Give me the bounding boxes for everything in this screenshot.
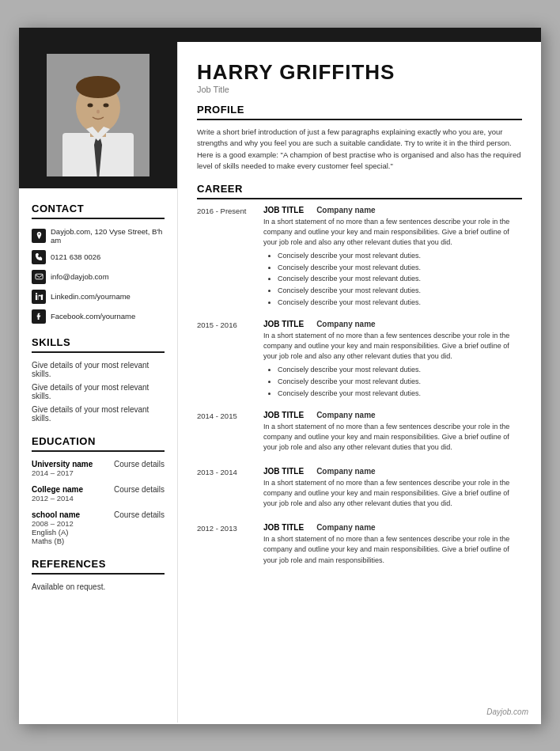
email-text: info@dayjob.com: [51, 272, 109, 281]
edu-row-school: school name Course details: [32, 510, 165, 519]
address-text: Dayjob.com, 120 Vyse Street, B'ham: [51, 227, 165, 245]
college-years: 2012 – 2014: [32, 494, 165, 503]
career-desc-3: In a short statement of no more than a f…: [263, 478, 522, 509]
career-desc-0: In a short statement of no more than a f…: [263, 217, 522, 248]
edu-row-university: University name Course details: [32, 460, 165, 468]
university-years: 2014 – 2017: [32, 468, 165, 477]
svg-point-5: [76, 76, 120, 98]
career-job-title-1: JOB TITLE: [263, 320, 304, 328]
svg-point-6: [88, 103, 93, 107]
career-company-2: Company name: [316, 411, 375, 419]
sidebar: CONTACT Dayjob.com, 120 Vyse Street, B'h…: [19, 42, 177, 723]
bullet-1-2: Concisely describe your most relevant du…: [278, 389, 522, 399]
career-desc-1: In a short statement of no more than a f…: [263, 331, 522, 362]
bullet-1-1: Concisely describe your most relevant du…: [278, 377, 522, 387]
skill-item-2: Give details of your most relevant skill…: [32, 383, 165, 400]
edu-item-school: school name Course details 2008 – 2012 E…: [32, 510, 165, 545]
skills-section-title: SKILLS: [32, 336, 165, 353]
location-icon: [32, 229, 46, 243]
career-entry-0: 2016 - Present JOB TITLE Company name In…: [197, 206, 522, 309]
career-company-3: Company name: [316, 467, 375, 476]
career-dates-0: 2016 - Present: [197, 206, 254, 309]
phone-text: 0121 638 0026: [51, 252, 100, 261]
career-job-title-3: JOB TITLE: [263, 467, 304, 476]
career-details-1: JOB TITLE Company name In a short statem…: [263, 320, 522, 400]
career-company-0: Company name: [316, 206, 375, 214]
career-entry-2: 2014 - 2015 JOB TITLE Company name In a …: [197, 411, 522, 456]
sidebar-content: CONTACT Dayjob.com, 120 Vyse Street, B'h…: [19, 188, 177, 604]
job-title: Job Title: [197, 85, 522, 94]
svg-rect-11: [35, 295, 36, 300]
career-job-title-4: JOB TITLE: [263, 523, 304, 532]
career-header-4: JOB TITLE Company name: [263, 523, 522, 532]
school-subject-2: Maths (B): [32, 537, 165, 545]
career-header-0: JOB TITLE Company name: [263, 206, 522, 214]
content-area: CONTACT Dayjob.com, 120 Vyse Street, B'h…: [19, 42, 541, 723]
career-details-3: JOB TITLE Company name In a short statem…: [263, 467, 522, 512]
top-bar: [19, 28, 541, 42]
career-entry-1: 2015 - 2016 JOB TITLE Company name In a …: [197, 320, 522, 400]
references-text: Available on request.: [32, 582, 165, 591]
skill-item-3: Give details of your most relevant skill…: [32, 405, 165, 423]
university-course: Course details: [114, 460, 165, 468]
svg-point-12: [35, 293, 36, 294]
contact-address: Dayjob.com, 120 Vyse Street, B'ham: [32, 227, 165, 245]
main-content: HARRY GRIFFITHS Job Title PROFILE Write …: [177, 42, 541, 723]
career-company-1: Company name: [316, 320, 375, 328]
college-name: College name: [32, 485, 83, 494]
edu-item-university: University name Course details 2014 – 20…: [32, 460, 165, 477]
career-details-4: JOB TITLE Company name In a short statem…: [263, 523, 522, 568]
career-details-0: JOB TITLE Company name In a short statem…: [263, 206, 522, 309]
career-dates-1: 2015 - 2016: [197, 320, 254, 400]
candidate-photo: [47, 54, 149, 176]
references-section-title: REFERENCES: [32, 558, 165, 575]
svg-point-7: [104, 103, 109, 107]
school-name: school name: [32, 510, 80, 519]
career-job-title-0: JOB TITLE: [263, 206, 304, 214]
resume-page: CONTACT Dayjob.com, 120 Vyse Street, B'h…: [19, 28, 541, 724]
svg-rect-10: [35, 274, 42, 279]
career-entry-4: 2012 - 2013 JOB TITLE Company name In a …: [197, 523, 522, 568]
profile-section-title: PROFILE: [197, 104, 522, 120]
career-company-4: Company name: [316, 523, 375, 532]
career-header-1: JOB TITLE Company name: [263, 320, 522, 328]
bullet-0-3: Concisely describe your most relevant du…: [278, 286, 522, 296]
references-section: REFERENCES Available on request.: [32, 558, 165, 591]
linkedin-icon: [32, 290, 46, 304]
profile-text: Write a short brief introduction of just…: [197, 127, 522, 172]
bullet-0-2: Concisely describe your most relevant du…: [278, 274, 522, 284]
career-desc-4: In a short statement of no more than a f…: [263, 534, 522, 565]
career-section-title: CAREER: [197, 183, 522, 199]
watermark: Dayjob.com: [486, 707, 528, 716]
career-job-title-2: JOB TITLE: [263, 411, 304, 419]
school-course: Course details: [114, 510, 165, 519]
svg-point-8: [96, 109, 100, 113]
career-header-2: JOB TITLE Company name: [263, 411, 522, 419]
bullet-1-0: Concisely describe your most relevant du…: [278, 365, 522, 375]
education-section-title: EDUCATION: [32, 435, 165, 452]
linkedin-text: Linkedin.com/yourname: [51, 292, 131, 301]
school-subject-1: English (A): [32, 528, 165, 537]
career-dates-4: 2012 - 2013: [197, 523, 254, 568]
name-block: HARRY GRIFFITHS Job Title: [197, 61, 522, 95]
contact-section-title: CONTACT: [32, 203, 165, 219]
career-header-3: JOB TITLE Company name: [263, 467, 522, 476]
career-section: CAREER 2016 - Present JOB TITLE Company …: [197, 183, 522, 568]
bullet-0-4: Concisely describe your most relevant du…: [278, 298, 522, 308]
education-section: EDUCATION University name Course details…: [32, 435, 165, 545]
bullet-0-1: Concisely describe your most relevant du…: [278, 263, 522, 273]
career-bullets-1: Concisely describe your most relevant du…: [263, 365, 522, 398]
edu-item-college: College name Course details 2012 – 2014: [32, 485, 165, 503]
contact-linkedin: Linkedin.com/yourname: [32, 290, 165, 304]
skills-section: SKILLS Give details of your most relevan…: [32, 336, 165, 423]
profile-section: PROFILE Write a short brief introduction…: [197, 104, 522, 172]
edu-row-college: College name Course details: [32, 485, 165, 494]
career-details-2: JOB TITLE Company name In a short statem…: [263, 411, 522, 456]
career-desc-2: In a short statement of no more than a f…: [263, 422, 522, 453]
bullet-0-0: Concisely describe your most relevant du…: [278, 251, 522, 261]
contact-email: info@dayjob.com: [32, 270, 165, 284]
career-entry-3: 2013 - 2014 JOB TITLE Company name In a …: [197, 467, 522, 512]
school-years: 2008 – 2012: [32, 519, 165, 528]
career-dates-2: 2014 - 2015: [197, 411, 254, 456]
facebook-icon: [32, 309, 46, 324]
